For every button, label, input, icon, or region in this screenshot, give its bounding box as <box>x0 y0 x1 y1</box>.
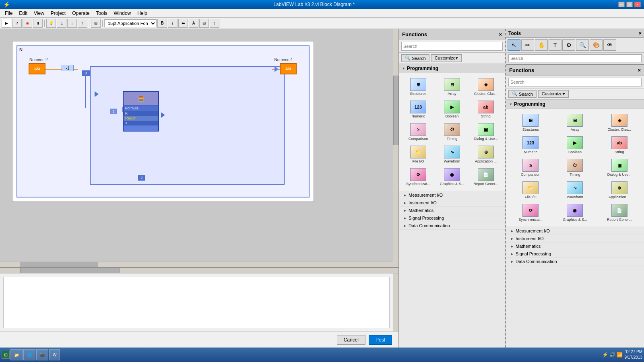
fn-item-file-i-o[interactable]: 📁 File I/O <box>402 144 434 165</box>
functions-right-search-btn[interactable]: 🔍 Search <box>508 90 537 98</box>
menu-edit[interactable]: Edit <box>16 10 31 17</box>
programming-right-section[interactable]: ▼ Programming <box>506 100 644 109</box>
fn-item-report-gener---[interactable]: 📄 Report Gener... <box>598 202 641 223</box>
fn-item-cluster--clas---[interactable]: ◈ Cluster, Clas... <box>598 112 641 133</box>
font-size-button[interactable]: A <box>189 19 198 28</box>
taskbar-media[interactable]: 🎬 <box>36 349 48 360</box>
fn-item-boolean[interactable]: ▶ Boolean <box>436 99 468 120</box>
fn-item-array[interactable]: ⊟ Array <box>553 112 596 133</box>
highlight-execution-button[interactable]: 💡 <box>46 19 56 28</box>
taskbar-browser[interactable]: 🌐 <box>23 349 35 360</box>
pause-button[interactable]: ⏸ <box>33 19 43 28</box>
functions-close-icon[interactable]: × <box>499 31 502 37</box>
fn-item-comparison[interactable]: ≥ Comparison <box>402 121 434 142</box>
fn-item-structures[interactable]: ⊞ Structures <box>402 76 434 97</box>
fn-item-waveform[interactable]: ∿ Waveform <box>436 144 468 165</box>
menu-file[interactable]: File <box>2 10 16 17</box>
fn-sub-signal-processing[interactable]: ▶Signal Processing <box>399 214 505 222</box>
fn-item-dialog---use---[interactable]: ▣ Dialog & Use... <box>470 121 502 142</box>
menu-tools[interactable]: Tools <box>93 10 111 17</box>
fn-sub-data-communication[interactable]: ▶Data Communication <box>506 258 644 265</box>
fn-item-array[interactable]: ⊟ Array <box>436 76 468 97</box>
menu-view[interactable]: View <box>31 10 47 17</box>
functions-right-customize-btn[interactable]: Customize▾ <box>538 90 569 98</box>
pen-tool[interactable]: ✏ <box>521 39 534 51</box>
fn-item-timing[interactable]: ⏱ Timing <box>553 157 596 178</box>
align-left-button[interactable]: ⬅ <box>178 19 188 28</box>
close-button[interactable]: × <box>634 2 641 7</box>
bottom-vscroll[interactable] <box>393 274 398 331</box>
restore-button[interactable]: □ <box>626 2 633 7</box>
fn-item-synchronizat---[interactable]: ⟳ Synchronizat... <box>402 167 434 187</box>
diagram-canvas[interactable]: N Numeric 2 123 -1 0 <box>0 29 398 267</box>
step-out-button[interactable]: ↑ <box>78 19 87 28</box>
abort-button[interactable]: ■ <box>23 19 32 28</box>
cancel-button[interactable]: Cancel <box>337 335 365 345</box>
fn-sub-signal-processing[interactable]: ▶Signal Processing <box>506 250 644 258</box>
functions-search-btn[interactable]: 🔍 Search <box>401 54 429 62</box>
fn-item-synchronizat---[interactable]: ⟳ Synchronizat... <box>509 202 552 223</box>
functions-search-input[interactable] <box>401 42 503 51</box>
taskbar-explorer[interactable]: 📁 <box>10 349 23 360</box>
fn-sub-mathematics[interactable]: ▶Mathematics <box>506 243 644 250</box>
font-bold-button[interactable]: B <box>157 19 167 28</box>
fn-item-string[interactable]: ab String <box>598 135 641 156</box>
reorder-button[interactable]: ↕ <box>210 19 219 28</box>
cursor-tool[interactable]: ↖ <box>508 39 520 51</box>
menu-window[interactable]: Window <box>111 10 134 17</box>
menu-operate[interactable]: Operate <box>69 10 93 17</box>
font-selector[interactable]: 15pt Application Font <box>104 19 157 27</box>
start-button[interactable]: ⊞ <box>2 351 10 359</box>
menu-help[interactable]: Help <box>134 10 151 17</box>
fn-sub-measurement-i-o[interactable]: ▶Measurement I/O <box>399 191 505 199</box>
fn-item-report-gener---[interactable]: 📄 Report Gener... <box>470 167 502 187</box>
diagram-vscroll[interactable] <box>393 29 398 261</box>
fn-item-graphics---s---[interactable]: ◉ Graphics & S... <box>436 167 468 187</box>
tools-close-icon[interactable]: × <box>639 31 642 36</box>
functions-right-search-input[interactable] <box>508 78 642 86</box>
run-continuously-button[interactable]: ↺ <box>12 19 22 28</box>
functions-right-close-icon[interactable]: × <box>638 67 641 73</box>
fn-item-waveform[interactable]: ∿ Waveform <box>553 180 596 201</box>
fn-item-numeric[interactable]: 123 Numeric <box>509 135 552 156</box>
fn-sub-mathematics[interactable]: ▶Mathematics <box>399 207 505 214</box>
fn-item-application----[interactable]: ⊕ Application ... <box>598 180 641 201</box>
menu-project[interactable]: Project <box>47 10 69 17</box>
font-italic-button[interactable]: I <box>168 19 178 28</box>
fn-sub-instrument-i-o[interactable]: ▶Instrument I/O <box>399 199 505 207</box>
fn-item-application----[interactable]: ⊕ Application ... <box>470 144 502 165</box>
wire-tool[interactable]: ⚙ <box>562 39 575 51</box>
fn-item-numeric[interactable]: 123 Numeric <box>402 99 434 120</box>
fn-item-string[interactable]: ab String <box>470 99 502 120</box>
fn-sub-measurement-i-o[interactable]: ▶Measurement I/O <box>506 227 644 235</box>
fn-item-structures[interactable]: ⊞ Structures <box>509 112 552 133</box>
fn-item-timing[interactable]: ⏱ Timing <box>436 121 468 142</box>
post-button[interactable]: Post <box>369 335 392 345</box>
fn-sub-instrument-i-o[interactable]: ▶Instrument I/O <box>506 235 644 243</box>
numeric2-block[interactable]: 123 <box>29 63 45 74</box>
hand-tool[interactable]: ✋ <box>535 39 548 51</box>
functions-customize-btn[interactable]: Customize▾ <box>431 54 462 62</box>
run-button[interactable]: ▶ <box>2 19 11 28</box>
fn-item-cluster--clas---[interactable]: ◈ Cluster, Clas... <box>470 76 502 97</box>
scroll-tool[interactable]: 🔍 <box>576 39 589 51</box>
fn-item-boolean[interactable]: ▶ Boolean <box>553 135 596 156</box>
numeric4-block[interactable]: 123 <box>280 63 297 74</box>
fn-item-comparison[interactable]: ≥ Comparison <box>509 157 552 178</box>
fn-item-file-i-o[interactable]: 📁 File I/O <box>509 180 552 201</box>
minus1-block[interactable]: -1 <box>62 65 74 71</box>
programming-section[interactable]: ▼ Programming <box>399 64 505 73</box>
step-into-button[interactable]: ↓ <box>67 19 77 28</box>
text-tool[interactable]: T <box>549 39 561 51</box>
minimize-button[interactable]: — <box>618 2 625 7</box>
distribute-button[interactable]: ⊟ <box>199 19 209 28</box>
tools-search-input[interactable] <box>508 54 642 62</box>
color-tool[interactable]: 🎨 <box>590 39 603 51</box>
clean-diagram-button[interactable]: ⊞ <box>91 19 101 28</box>
fn-sub-data-communication[interactable]: ▶Data Communication <box>399 222 505 230</box>
taskbar-word[interactable]: W <box>49 349 60 360</box>
formula-node[interactable]: 🧮 Formula K Result X <box>123 91 159 132</box>
probe-tool[interactable]: 👁 <box>603 39 616 51</box>
step-over-button[interactable]: ⤵ <box>57 19 66 28</box>
diagram-hscroll[interactable] <box>0 261 393 267</box>
